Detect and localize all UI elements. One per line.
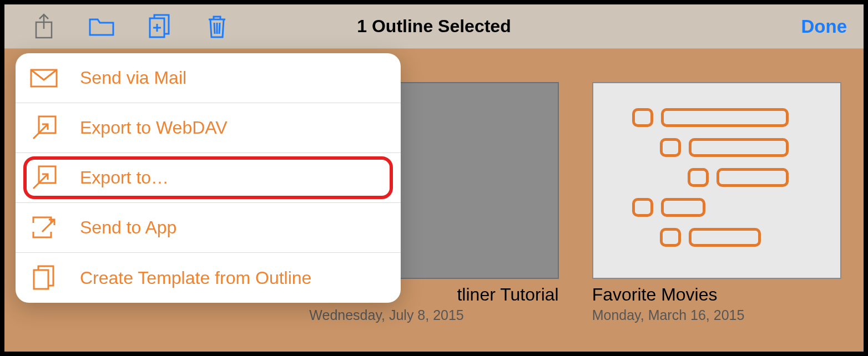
share-popover: Send via Mail Export to WebDAV Expor — [16, 53, 401, 303]
svg-line-12 — [33, 174, 48, 189]
menu-label: Send via Mail — [80, 68, 186, 88]
svg-line-7 — [219, 23, 220, 34]
menu-label: Create Template from Outline — [80, 268, 311, 288]
menu-export-to[interactable]: Export to… — [16, 153, 401, 203]
svg-line-10 — [33, 124, 48, 139]
toolbar: 1 Outline Selected Done — [4, 4, 864, 49]
export-arrow-icon — [30, 114, 58, 142]
svg-line-5 — [214, 23, 215, 34]
mail-icon — [30, 64, 58, 92]
menu-send-via-mail[interactable]: Send via Mail — [16, 53, 401, 103]
menu-send-to-app[interactable]: Send to App — [16, 203, 401, 253]
add-document-icon[interactable] — [147, 14, 172, 39]
menu-create-template[interactable]: Create Template from Outline — [16, 253, 401, 303]
template-icon — [30, 264, 58, 292]
document-date: Monday, March 16, 2015 — [592, 307, 841, 323]
document-date: Wednesday, July 8, 2015 — [309, 307, 558, 323]
document-card[interactable]: Favorite Movies Monday, March 16, 2015 — [592, 82, 841, 335]
menu-label: Export to… — [80, 167, 169, 188]
menu-label: Send to App — [80, 217, 176, 238]
trash-icon[interactable] — [204, 14, 230, 39]
menu-label: Export to WebDAV — [80, 118, 228, 138]
share-icon[interactable] — [31, 14, 57, 39]
document-title: Favorite Movies — [592, 284, 841, 305]
done-button[interactable]: Done — [801, 16, 847, 37]
outline-thumbnail-icon — [632, 108, 813, 247]
export-arrow-icon — [30, 164, 58, 192]
folder-icon[interactable] — [89, 14, 114, 39]
menu-export-webdav[interactable]: Export to WebDAV — [16, 103, 401, 153]
svg-line-13 — [42, 220, 54, 232]
svg-rect-14 — [34, 270, 48, 289]
send-to-app-icon — [30, 214, 58, 242]
